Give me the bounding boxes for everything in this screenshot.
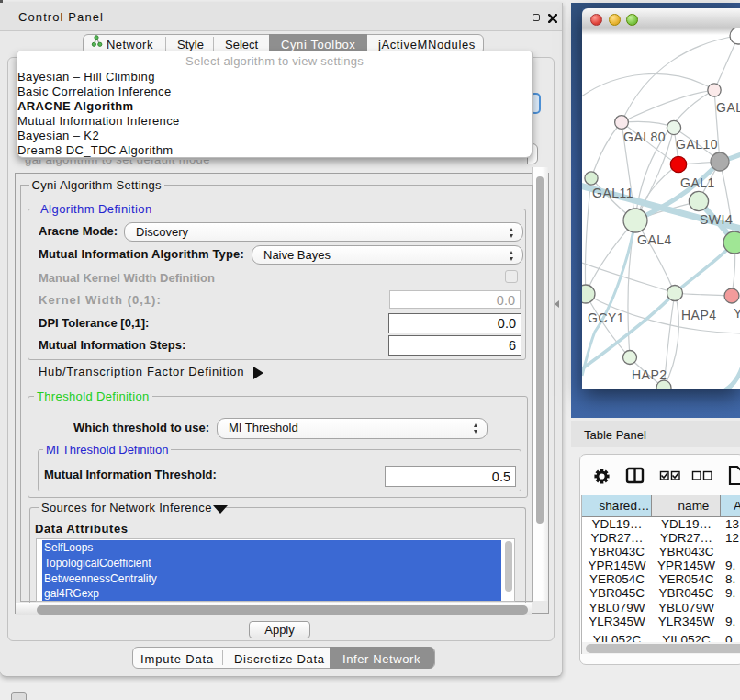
svg-text:GAL80: GAL80 (623, 130, 666, 144)
svg-text:SWI4: SWI4 (700, 212, 733, 227)
svg-text:GCY1: GCY1 (588, 310, 624, 325)
svg-text:HAP2: HAP2 (632, 367, 667, 382)
svg-text:HAP4: HAP4 (681, 308, 717, 322)
svg-text:GAL1: GAL1 (680, 175, 715, 190)
svg-text:GAL: GAL (716, 100, 740, 115)
svg-text:GAL4: GAL4 (637, 232, 672, 247)
svg-text:YM: YM (734, 306, 740, 321)
svg-text:GAL11: GAL11 (592, 186, 633, 200)
svg-text:GAL10: GAL10 (676, 137, 718, 152)
